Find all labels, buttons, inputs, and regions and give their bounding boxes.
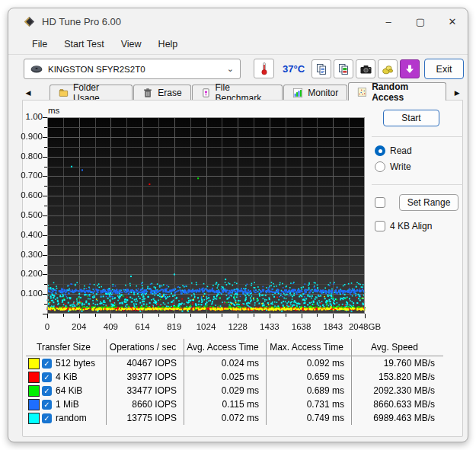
folder-icon (59, 88, 69, 98)
y-tick-label: 0.100 (14, 289, 43, 298)
avg-access-value: 0.024 ms (184, 356, 267, 370)
tab-label: Random Access (372, 81, 437, 103)
series-checkbox[interactable]: ✓ (42, 413, 52, 423)
col-header-avg-access: Avg. Access Time (184, 339, 267, 356)
hand-icon (382, 63, 394, 75)
read-radio-circle[interactable] (375, 145, 385, 156)
bar-chart-icon (292, 88, 303, 98)
table-row: ✓ 1 MiB 8660 IOPS 0.115 ms 0.731 ms 8660… (26, 397, 443, 411)
col-header-transfer-size: Transfer Size (26, 339, 107, 356)
y-tick-label: 0.900 (14, 132, 43, 141)
transfer-size-label: 4 KiB (56, 372, 78, 382)
minimize-button[interactable]: – (381, 16, 396, 27)
series-color-swatch (28, 399, 40, 410)
y-axis-unit-label: ms (48, 106, 59, 115)
series-color-swatch (28, 385, 40, 397)
copy-text-button[interactable] (311, 59, 331, 78)
operations-value: 8660 IOPS (107, 397, 184, 411)
tab-file-benchmark[interactable]: File Benchmark (192, 85, 283, 101)
title-bar: HD Tune Pro 6.00 – ▢ ✕ (8, 8, 468, 34)
avg-speed-value: 19.760 MB/s (352, 356, 442, 370)
copy-image-button[interactable] (334, 59, 353, 78)
maximize-button[interactable]: ▢ (413, 16, 428, 27)
close-button[interactable]: ✕ (445, 16, 460, 27)
read-radio[interactable]: Read (375, 145, 412, 156)
kb-align-checkbox[interactable] (375, 221, 385, 231)
avg-access-value: 0.072 ms (184, 411, 267, 425)
copy-icon (315, 63, 327, 75)
set-range-button[interactable]: Set Range (399, 194, 458, 211)
tab-strip: ◀ Folder Usage Erase File Ben (22, 83, 463, 101)
results-table: Transfer Size Operations / sec Avg. Acce… (26, 339, 443, 425)
transfer-size-label: 64 KiB (56, 385, 82, 396)
random-access-page: ms 1.000.9000.8000.7000.6000.5000.4000.3… (22, 100, 463, 437)
operations-value: 39377 IOPS (107, 370, 184, 384)
screenshot-button[interactable] (356, 59, 375, 78)
transfer-size-label: 1 MiB (56, 399, 79, 410)
drive-select[interactable]: KINGSTON SFYR2S2T0 ⌄ (24, 59, 241, 79)
series-color-swatch (28, 372, 40, 383)
y-tick-label: 0.300 (14, 250, 43, 259)
series-checkbox[interactable]: ✓ (42, 400, 52, 410)
separator (372, 184, 463, 185)
series-color-swatch (28, 413, 40, 424)
chart-canvas (43, 117, 366, 320)
tab-label: Monitor (308, 88, 338, 98)
table-row: ✓ 4 KiB 39377 IOPS 0.025 ms 0.659 ms 153… (26, 370, 443, 384)
kb-align-row: 4 KB Align (375, 221, 432, 231)
write-radio-circle[interactable] (375, 161, 385, 172)
operations-value: 13775 IOPS (107, 411, 184, 425)
menu-item-start-test[interactable]: Start Test (56, 36, 113, 53)
max-access-value: 0.092 ms (267, 356, 352, 370)
tab-scroll-left-icon[interactable]: ◀ (22, 85, 34, 101)
tab-label: Erase (158, 88, 181, 98)
menu-bar: File Start Test View Help (8, 34, 468, 55)
avg-speed-value: 6989.463 MB/s (352, 411, 442, 425)
table-header: Transfer Size Operations / sec Avg. Acce… (26, 339, 443, 356)
series-checkbox[interactable]: ✓ (42, 372, 52, 382)
table-row: ✓ 512 bytes 40467 IOPS 0.024 ms 0.092 ms… (26, 356, 443, 370)
operations-value: 40467 IOPS (107, 356, 184, 370)
menu-item-file[interactable]: File (24, 36, 56, 53)
operations-value: 33477 IOPS (107, 384, 184, 397)
app-window: HD Tune Pro 6.00 – ▢ ✕ File Start Test V… (8, 8, 468, 442)
temperature-button[interactable] (254, 59, 274, 78)
avg-access-value: 0.029 ms (184, 384, 267, 397)
results-button[interactable] (378, 59, 398, 78)
menu-item-view[interactable]: View (113, 36, 150, 53)
set-range-checkbox[interactable] (375, 197, 385, 208)
avg-access-value: 0.025 ms (184, 370, 267, 384)
camera-icon (359, 64, 372, 75)
avg-access-value: 0.115 ms (184, 397, 267, 411)
y-tick-label: 0.200 (14, 269, 43, 278)
drive-name: KINGSTON SFYR2S2T0 (48, 65, 227, 74)
copy-image-icon (337, 63, 350, 75)
series-checkbox[interactable]: ✓ (42, 359, 52, 369)
tab-scroll-right-icon[interactable]: ▶ (451, 85, 463, 101)
download-button[interactable] (400, 59, 420, 78)
series-color-swatch (28, 358, 40, 369)
series-checkbox[interactable]: ✓ (42, 386, 52, 396)
menu-item-help[interactable]: Help (150, 36, 187, 53)
start-button[interactable]: Start (383, 110, 439, 126)
tab-folder-usage[interactable]: Folder Usage (50, 85, 133, 101)
transfer-size-label: 512 bytes (56, 358, 95, 369)
max-access-value: 0.659 ms (267, 370, 352, 384)
exit-button[interactable]: Exit (424, 59, 464, 79)
tab-monitor[interactable]: Monitor (283, 85, 347, 101)
avg-speed-value: 8660.633 MB/s (352, 397, 442, 411)
col-header-max-access: Max. Access Time (267, 339, 352, 356)
y-tick-label: 0.400 (14, 230, 43, 239)
transfer-size-label: random (56, 413, 87, 423)
write-radio[interactable]: Write (375, 161, 411, 172)
file-icon (201, 88, 211, 98)
chevron-down-icon: ⌄ (227, 64, 234, 74)
scatter-icon (357, 87, 367, 97)
col-header-avg-speed: Avg. Speed (352, 339, 442, 356)
tab-random-access[interactable]: Random Access (348, 82, 446, 101)
avg-speed-value: 153.820 MB/s (352, 370, 442, 384)
y-tick-label: 0.600 (14, 190, 43, 199)
table-row: ✓ 64 KiB 33477 IOPS 0.029 ms 0.689 ms 20… (26, 384, 443, 397)
access-time-chart: ms 1.000.9000.8000.7000.6000.5000.4000.3… (23, 101, 464, 333)
tab-erase[interactable]: Erase (133, 85, 190, 101)
